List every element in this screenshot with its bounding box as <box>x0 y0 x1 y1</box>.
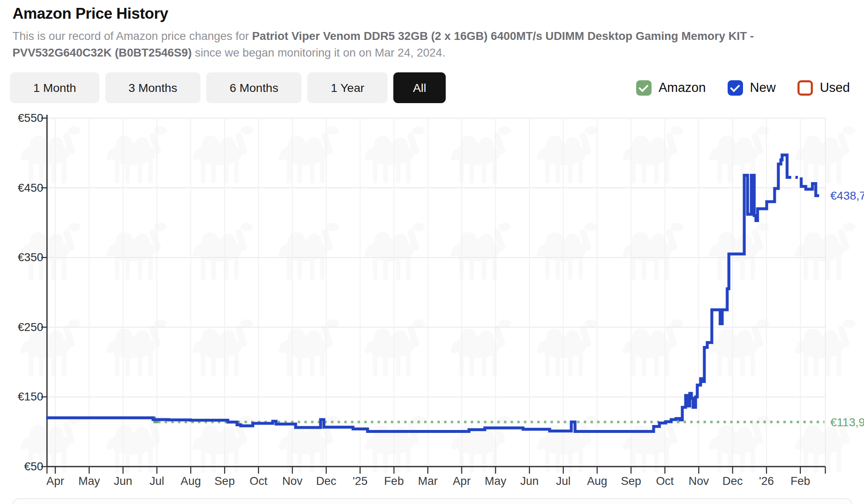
range-button-1-year[interactable]: 1 Year <box>307 72 388 103</box>
x-tick-label: Jul <box>556 474 570 487</box>
checked-checkbox-icon[interactable] <box>728 80 743 96</box>
x-tick-label: May <box>78 474 100 487</box>
y-tick-label: €350 <box>18 251 43 264</box>
y-tick-label: €250 <box>18 321 43 334</box>
x-tick-label: Sep <box>215 474 235 487</box>
x-tick-label: Nov <box>689 474 709 487</box>
header: Amazon Price History This is our record … <box>0 0 864 103</box>
y-tick-label: €50 <box>24 460 43 473</box>
checkmark-icon <box>639 82 649 92</box>
price-annotation-amazon: €113,99 <box>830 416 864 429</box>
legend-item-used[interactable]: Used <box>797 80 850 96</box>
x-tick-label: Dec <box>723 474 743 487</box>
x-tick-label: Aug <box>180 474 201 487</box>
y-tick-label: €450 <box>18 181 43 194</box>
legend-label: Used <box>820 80 850 95</box>
x-tick-label: '25 <box>353 474 368 487</box>
subtitle: This is our record of Amazon price chang… <box>12 28 850 61</box>
y-tick-label: €550 <box>18 111 43 124</box>
unchecked-checkbox-icon[interactable] <box>797 80 813 96</box>
x-tick-label: Dec <box>316 474 336 487</box>
x-tick-label: Oct <box>656 474 674 487</box>
camel-watermark <box>0 95 864 483</box>
checked-checkbox-icon[interactable] <box>636 80 652 96</box>
x-tick-label: Oct <box>249 474 267 487</box>
x-tick-label: Sep <box>621 474 641 487</box>
subtitle-prefix: This is our record of Amazon price chang… <box>12 30 252 42</box>
x-tick-label: Feb <box>790 474 810 487</box>
range-button-all[interactable]: All <box>393 72 446 103</box>
x-tick-label: '26 <box>759 474 774 487</box>
x-axis-labels: AprMayJunJulAugSepOctNovDec'25FebMarAprM… <box>47 474 810 487</box>
x-tick-label: Feb <box>384 474 404 487</box>
subtitle-suffix: since we began monitoring it on on Mar 2… <box>192 46 445 59</box>
range-button-6-months[interactable]: 6 Months <box>206 72 301 103</box>
x-tick-label: Jun <box>114 474 132 487</box>
legend: AmazonNewUsed <box>636 80 852 96</box>
legend-item-new[interactable]: New <box>728 80 776 96</box>
controls-row: 1 Month3 Months6 Months1 YearAll AmazonN… <box>10 72 852 103</box>
x-tick-label: Apr <box>47 474 64 487</box>
x-tick-label: Nov <box>282 474 303 487</box>
range-buttons: 1 Month3 Months6 Months1 YearAll <box>10 72 452 103</box>
range-button-3-months[interactable]: 3 Months <box>105 72 200 103</box>
x-tick-label: Aug <box>587 474 607 487</box>
x-tick-label: Jul <box>150 474 164 487</box>
checkmark-icon <box>730 82 740 92</box>
y-tick-label: €150 <box>18 390 43 403</box>
x-tick-label: Jun <box>520 474 538 487</box>
legend-label: New <box>750 80 776 95</box>
range-button-1-month[interactable]: 1 Month <box>10 72 99 103</box>
legend-label: Amazon <box>659 80 706 95</box>
page-title: Amazon Price History <box>12 5 852 22</box>
legend-item-amazon[interactable]: Amazon <box>636 80 706 96</box>
x-tick-label: Mar <box>418 474 437 487</box>
price-annotation-new: €438,77 <box>830 189 864 202</box>
x-tick-label: Apr <box>453 474 471 487</box>
x-tick-label: May <box>485 474 506 487</box>
